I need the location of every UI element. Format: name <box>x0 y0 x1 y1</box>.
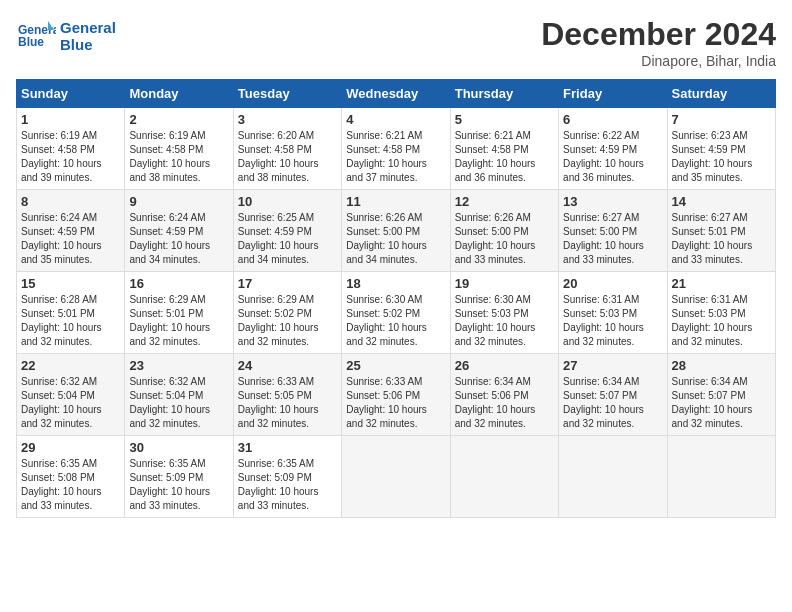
calendar-cell: 18Sunrise: 6:30 AMSunset: 5:02 PMDayligh… <box>342 272 450 354</box>
calendar-cell: 20Sunrise: 6:31 AMSunset: 5:03 PMDayligh… <box>559 272 667 354</box>
calendar-cell: 11Sunrise: 6:26 AMSunset: 5:00 PMDayligh… <box>342 190 450 272</box>
calendar-cell: 31Sunrise: 6:35 AMSunset: 5:09 PMDayligh… <box>233 436 341 518</box>
day-info: Sunrise: 6:30 AMSunset: 5:02 PMDaylight:… <box>346 293 445 349</box>
day-info: Sunrise: 6:35 AMSunset: 5:08 PMDaylight:… <box>21 457 120 513</box>
day-info: Sunrise: 6:34 AMSunset: 5:07 PMDaylight:… <box>563 375 662 431</box>
day-info: Sunrise: 6:35 AMSunset: 5:09 PMDaylight:… <box>238 457 337 513</box>
calendar-cell: 19Sunrise: 6:30 AMSunset: 5:03 PMDayligh… <box>450 272 558 354</box>
calendar-cell: 24Sunrise: 6:33 AMSunset: 5:05 PMDayligh… <box>233 354 341 436</box>
day-info: Sunrise: 6:33 AMSunset: 5:05 PMDaylight:… <box>238 375 337 431</box>
day-info: Sunrise: 6:32 AMSunset: 5:04 PMDaylight:… <box>21 375 120 431</box>
day-number: 30 <box>129 440 228 455</box>
day-info: Sunrise: 6:19 AMSunset: 4:58 PMDaylight:… <box>21 129 120 185</box>
day-number: 6 <box>563 112 662 127</box>
calendar-cell: 27Sunrise: 6:34 AMSunset: 5:07 PMDayligh… <box>559 354 667 436</box>
weekday-header-monday: Monday <box>125 80 233 108</box>
day-number: 2 <box>129 112 228 127</box>
calendar-cell: 1Sunrise: 6:19 AMSunset: 4:58 PMDaylight… <box>17 108 125 190</box>
calendar-cell: 26Sunrise: 6:34 AMSunset: 5:06 PMDayligh… <box>450 354 558 436</box>
day-number: 11 <box>346 194 445 209</box>
calendar-table: SundayMondayTuesdayWednesdayThursdayFrid… <box>16 79 776 518</box>
day-number: 26 <box>455 358 554 373</box>
day-number: 23 <box>129 358 228 373</box>
weekday-header-sunday: Sunday <box>17 80 125 108</box>
calendar-cell: 2Sunrise: 6:19 AMSunset: 4:58 PMDaylight… <box>125 108 233 190</box>
day-number: 21 <box>672 276 771 291</box>
calendar-cell: 12Sunrise: 6:26 AMSunset: 5:00 PMDayligh… <box>450 190 558 272</box>
calendar-cell <box>450 436 558 518</box>
weekday-header-friday: Friday <box>559 80 667 108</box>
day-info: Sunrise: 6:34 AMSunset: 5:06 PMDaylight:… <box>455 375 554 431</box>
day-number: 8 <box>21 194 120 209</box>
day-info: Sunrise: 6:31 AMSunset: 5:03 PMDaylight:… <box>563 293 662 349</box>
day-info: Sunrise: 6:21 AMSunset: 4:58 PMDaylight:… <box>455 129 554 185</box>
calendar-cell: 25Sunrise: 6:33 AMSunset: 5:06 PMDayligh… <box>342 354 450 436</box>
day-number: 29 <box>21 440 120 455</box>
day-number: 19 <box>455 276 554 291</box>
day-info: Sunrise: 6:34 AMSunset: 5:07 PMDaylight:… <box>672 375 771 431</box>
calendar-cell: 13Sunrise: 6:27 AMSunset: 5:00 PMDayligh… <box>559 190 667 272</box>
calendar-week-3: 22Sunrise: 6:32 AMSunset: 5:04 PMDayligh… <box>17 354 776 436</box>
day-number: 20 <box>563 276 662 291</box>
day-number: 22 <box>21 358 120 373</box>
calendar-week-2: 15Sunrise: 6:28 AMSunset: 5:01 PMDayligh… <box>17 272 776 354</box>
calendar-cell: 9Sunrise: 6:24 AMSunset: 4:59 PMDaylight… <box>125 190 233 272</box>
day-info: Sunrise: 6:26 AMSunset: 5:00 PMDaylight:… <box>346 211 445 267</box>
day-info: Sunrise: 6:27 AMSunset: 5:00 PMDaylight:… <box>563 211 662 267</box>
day-info: Sunrise: 6:29 AMSunset: 5:02 PMDaylight:… <box>238 293 337 349</box>
day-info: Sunrise: 6:19 AMSunset: 4:58 PMDaylight:… <box>129 129 228 185</box>
day-number: 13 <box>563 194 662 209</box>
day-number: 10 <box>238 194 337 209</box>
calendar-cell: 15Sunrise: 6:28 AMSunset: 5:01 PMDayligh… <box>17 272 125 354</box>
calendar-week-0: 1Sunrise: 6:19 AMSunset: 4:58 PMDaylight… <box>17 108 776 190</box>
day-number: 7 <box>672 112 771 127</box>
calendar-cell: 7Sunrise: 6:23 AMSunset: 4:59 PMDaylight… <box>667 108 775 190</box>
day-info: Sunrise: 6:22 AMSunset: 4:59 PMDaylight:… <box>563 129 662 185</box>
calendar-cell: 17Sunrise: 6:29 AMSunset: 5:02 PMDayligh… <box>233 272 341 354</box>
day-info: Sunrise: 6:21 AMSunset: 4:58 PMDaylight:… <box>346 129 445 185</box>
day-info: Sunrise: 6:28 AMSunset: 5:01 PMDaylight:… <box>21 293 120 349</box>
calendar-week-1: 8Sunrise: 6:24 AMSunset: 4:59 PMDaylight… <box>17 190 776 272</box>
day-info: Sunrise: 6:35 AMSunset: 5:09 PMDaylight:… <box>129 457 228 513</box>
day-info: Sunrise: 6:23 AMSunset: 4:59 PMDaylight:… <box>672 129 771 185</box>
calendar-cell: 3Sunrise: 6:20 AMSunset: 4:58 PMDaylight… <box>233 108 341 190</box>
weekday-header-tuesday: Tuesday <box>233 80 341 108</box>
day-info: Sunrise: 6:32 AMSunset: 5:04 PMDaylight:… <box>129 375 228 431</box>
day-number: 15 <box>21 276 120 291</box>
day-number: 16 <box>129 276 228 291</box>
day-number: 14 <box>672 194 771 209</box>
day-number: 9 <box>129 194 228 209</box>
title-block: December 2024 Dinapore, Bihar, India <box>541 16 776 69</box>
day-number: 25 <box>346 358 445 373</box>
weekday-header-row: SundayMondayTuesdayWednesdayThursdayFrid… <box>17 80 776 108</box>
weekday-header-thursday: Thursday <box>450 80 558 108</box>
calendar-cell <box>342 436 450 518</box>
calendar-cell: 14Sunrise: 6:27 AMSunset: 5:01 PMDayligh… <box>667 190 775 272</box>
page-header: General Blue GeneralBlue December 2024 D… <box>16 16 776 69</box>
calendar-week-4: 29Sunrise: 6:35 AMSunset: 5:08 PMDayligh… <box>17 436 776 518</box>
day-number: 28 <box>672 358 771 373</box>
logo-icon: General Blue <box>16 16 56 56</box>
day-number: 4 <box>346 112 445 127</box>
day-info: Sunrise: 6:27 AMSunset: 5:01 PMDaylight:… <box>672 211 771 267</box>
month-title: December 2024 <box>541 16 776 53</box>
svg-text:Blue: Blue <box>18 35 44 49</box>
day-number: 27 <box>563 358 662 373</box>
weekday-header-wednesday: Wednesday <box>342 80 450 108</box>
day-number: 18 <box>346 276 445 291</box>
day-number: 31 <box>238 440 337 455</box>
day-info: Sunrise: 6:33 AMSunset: 5:06 PMDaylight:… <box>346 375 445 431</box>
calendar-cell: 4Sunrise: 6:21 AMSunset: 4:58 PMDaylight… <box>342 108 450 190</box>
calendar-cell: 6Sunrise: 6:22 AMSunset: 4:59 PMDaylight… <box>559 108 667 190</box>
calendar-cell: 21Sunrise: 6:31 AMSunset: 5:03 PMDayligh… <box>667 272 775 354</box>
calendar-cell <box>667 436 775 518</box>
day-number: 24 <box>238 358 337 373</box>
day-number: 1 <box>21 112 120 127</box>
day-info: Sunrise: 6:29 AMSunset: 5:01 PMDaylight:… <box>129 293 228 349</box>
calendar-cell: 5Sunrise: 6:21 AMSunset: 4:58 PMDaylight… <box>450 108 558 190</box>
day-info: Sunrise: 6:30 AMSunset: 5:03 PMDaylight:… <box>455 293 554 349</box>
calendar-cell: 22Sunrise: 6:32 AMSunset: 5:04 PMDayligh… <box>17 354 125 436</box>
day-info: Sunrise: 6:25 AMSunset: 4:59 PMDaylight:… <box>238 211 337 267</box>
day-number: 3 <box>238 112 337 127</box>
day-number: 12 <box>455 194 554 209</box>
